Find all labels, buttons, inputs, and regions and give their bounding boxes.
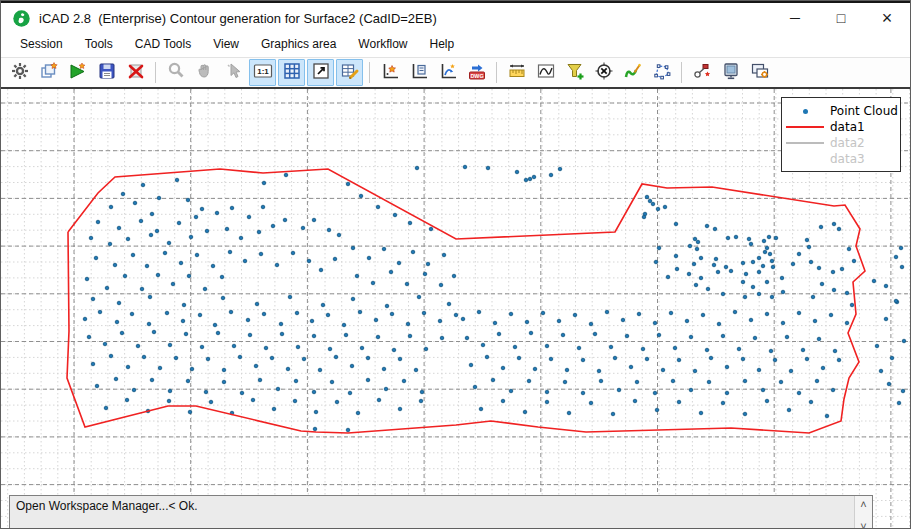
gear-button[interactable]: [6, 59, 33, 86]
wand-icon: [623, 61, 643, 85]
fit-view-icon: [311, 61, 331, 85]
run-button[interactable]: [64, 59, 91, 86]
select-icon: [224, 61, 244, 85]
window-controls: ─□×: [772, 3, 910, 33]
legend-item-data2: data2: [786, 135, 896, 151]
menu-session[interactable]: Session: [9, 33, 74, 55]
legend-label: data1: [830, 120, 865, 134]
maximize-button[interactable]: □: [818, 3, 864, 33]
screen-settings-icon: [750, 61, 770, 85]
filter-icon: [565, 61, 585, 85]
save-button[interactable]: [93, 59, 120, 86]
menu-tools[interactable]: Tools: [74, 33, 124, 55]
save-icon: [97, 61, 117, 85]
plot-page-button[interactable]: [405, 59, 432, 86]
legend-label: Point Cloud: [830, 104, 898, 118]
status-message: Open Workspace Manager...< Ok.: [10, 496, 854, 529]
legend-item-data3: data3: [786, 151, 896, 167]
graphics-area[interactable]: Point Clouddata1data2data3: [1, 89, 911, 529]
dwg-export-icon: DWG: [467, 61, 487, 85]
one-to-one-icon: 1:1: [253, 61, 273, 85]
filter-button[interactable]: [561, 59, 588, 86]
status-bar: Open Workspace Manager...< Ok. ˄ ˅: [9, 495, 873, 529]
measure-button[interactable]: [503, 59, 530, 86]
curve-icon: [536, 61, 556, 85]
select-button: [220, 59, 247, 86]
scroll-down-icon[interactable]: ˅: [860, 521, 866, 529]
plot-wizard-icon: [438, 61, 458, 85]
menu-bar: SessionToolsCAD ToolsViewGraphics areaWo…: [1, 31, 910, 58]
pan-icon: [195, 61, 215, 85]
link-nodes-button[interactable]: [688, 59, 715, 86]
run-icon: [68, 61, 88, 85]
plot-wizard-button[interactable]: [434, 59, 461, 86]
toolbar-separator: [681, 62, 682, 83]
delete-icon: [126, 61, 146, 85]
target-icon: [594, 61, 614, 85]
status-scrollbar[interactable]: ˄ ˅: [854, 496, 872, 529]
window-title: iCAD 2.8 (Enterprise) Contour generation…: [39, 11, 437, 26]
one-to-one-button[interactable]: 1:1: [249, 59, 276, 86]
toolbar-separator: [155, 62, 156, 83]
svg-text:1:1: 1:1: [257, 67, 269, 76]
app-icon: [13, 10, 30, 27]
curve-button[interactable]: [532, 59, 559, 86]
menu-view[interactable]: View: [202, 33, 250, 55]
legend-item-data1: data1: [786, 119, 896, 135]
legend-label: data3: [830, 152, 865, 166]
svg-text:DWG: DWG: [470, 72, 483, 78]
grid-icon: [282, 61, 302, 85]
fit-view-button[interactable]: [307, 59, 334, 86]
target-button[interactable]: [590, 59, 617, 86]
plot-new-button[interactable]: [376, 59, 403, 86]
contour-plot: [1, 89, 911, 529]
link-nodes-icon: [692, 61, 712, 85]
toolbar-separator: [496, 62, 497, 83]
legend-line-marker: [786, 126, 824, 128]
wand-button[interactable]: [619, 59, 646, 86]
menu-help[interactable]: Help: [418, 33, 465, 55]
plot-page-icon: [409, 61, 429, 85]
monitor-icon: [721, 61, 741, 85]
zoom-button: [162, 59, 189, 86]
monitor-button[interactable]: [717, 59, 744, 86]
polygon-button[interactable]: [648, 59, 675, 86]
scroll-up-icon[interactable]: ˄: [860, 499, 866, 509]
table-edit-icon: [340, 61, 360, 85]
title-bar: iCAD 2.8 (Enterprise) Contour generation…: [1, 1, 910, 33]
icad-window: { "window": { "title": "iCAD 2.8 (Enterp…: [0, 0, 911, 529]
menu-workflow[interactable]: Workflow: [347, 33, 418, 55]
contour-line: [67, 169, 865, 433]
new-session-button[interactable]: [35, 59, 62, 86]
minimize-button[interactable]: ─: [772, 3, 818, 33]
delete-button[interactable]: [122, 59, 149, 86]
zoom-icon: [166, 61, 186, 85]
dwg-export-button[interactable]: DWG: [463, 59, 490, 86]
menu-graphics-area[interactable]: Graphics area: [250, 33, 347, 55]
legend-label: data2: [830, 136, 865, 150]
grid-button[interactable]: [278, 59, 305, 86]
legend-dot-marker: [786, 109, 824, 114]
new-session-icon: [39, 61, 59, 85]
close-button[interactable]: ×: [864, 3, 910, 33]
menu-cad-tools[interactable]: CAD Tools: [124, 33, 202, 55]
plot-new-icon: [380, 61, 400, 85]
table-edit-button[interactable]: [336, 59, 363, 86]
plot-legend: Point Clouddata1data2data3: [781, 97, 901, 172]
toolbar: 1:1DWG: [1, 58, 910, 89]
toolbar-separator: [369, 62, 370, 83]
legend-item-point-cloud: Point Cloud: [786, 103, 896, 119]
gear-icon: [10, 61, 30, 85]
legend-line-marker: [786, 142, 824, 144]
screen-settings-button[interactable]: [746, 59, 773, 86]
measure-icon: [507, 61, 527, 85]
pan-button: [191, 59, 218, 86]
polygon-icon: [652, 61, 672, 85]
